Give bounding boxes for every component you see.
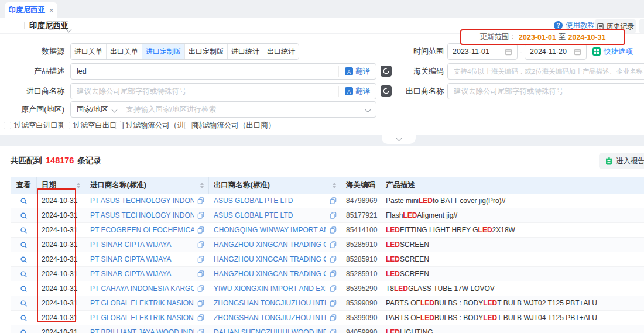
magnifier-icon[interactable] xyxy=(20,256,28,263)
importer-link[interactable]: PT ECOGREEN OLEOCHEMICALS xyxy=(90,226,194,234)
importer-link[interactable]: PT ASUS TECHNOLOGY INDONESIA BA... xyxy=(90,197,194,205)
copy-icon[interactable] xyxy=(330,329,337,333)
datasource-tab-5[interactable]: 出口统计 xyxy=(263,44,299,59)
magnifier-icon[interactable] xyxy=(20,197,28,205)
magnifier-icon[interactable] xyxy=(20,226,28,234)
copy-icon[interactable] xyxy=(197,270,204,277)
country-selector-label[interactable]: 印度尼西亚 xyxy=(29,20,69,31)
close-icon[interactable]: × xyxy=(49,6,54,14)
column-header-3[interactable]: 出口商名称(标准) xyxy=(209,177,341,194)
exporter-link[interactable]: ASUS GLOBAL PTE LTD xyxy=(214,211,326,219)
datasource-tab-2[interactable]: 进口定制版 xyxy=(142,44,185,59)
copy-icon[interactable] xyxy=(330,285,337,292)
importer-link[interactable]: PT BRILLIANT JAYA WOOD INDUSTRY xyxy=(90,328,194,333)
exporter-link[interactable]: ASUS GLOBAL PTE LTD xyxy=(214,197,326,205)
exporter-link[interactable]: HANGZHOU XINGCAN TRADING CO LTD xyxy=(214,241,326,249)
highlighted-keyword: LED xyxy=(483,314,497,322)
hs-code-cell: 85395290 xyxy=(341,281,381,296)
table-row: 2024-10-31PT GLOBAL ELEKTRIK NASIONALZHO… xyxy=(11,311,644,325)
table-row: 2024-10-31PT SINAR CIPTA WIJAYAHANGZHOU … xyxy=(11,238,644,252)
sort-icon[interactable] xyxy=(197,183,204,188)
copy-icon[interactable] xyxy=(197,314,204,321)
origin-country-select[interactable]: 国家/地区 xyxy=(71,105,120,115)
translate-button[interactable]: A 翻译 xyxy=(338,66,376,77)
importer-link[interactable]: PT CAHAYA INDONESIA KARGO xyxy=(90,284,194,293)
importer-link[interactable]: PT SINAR CIPTA WIJAYA xyxy=(90,270,194,278)
exporter-link[interactable]: ZHONGSHAN TONGJIUZHOU INTERNA... xyxy=(214,299,326,307)
magnifier-icon[interactable] xyxy=(20,300,28,307)
datasource-tab-0[interactable]: 进口关单 xyxy=(71,44,107,59)
date-end-input[interactable]: 2024-11-20 xyxy=(525,43,587,60)
importer-cell: PT SINAR CIPTA WIJAYA xyxy=(85,252,209,266)
importer-link[interactable]: PT GLOBAL ELEKTRIK NASIONAL xyxy=(90,299,194,307)
update-range-end: 2024-10-31 xyxy=(568,33,606,42)
sort-icon[interactable] xyxy=(73,183,80,188)
column-label: 进口商名称(标准) xyxy=(90,180,146,190)
copy-icon[interactable] xyxy=(330,226,337,234)
hs-code-field xyxy=(447,63,644,80)
hs-code-input[interactable] xyxy=(448,64,644,79)
magnifier-icon[interactable] xyxy=(20,270,28,278)
copy-icon[interactable] xyxy=(197,329,204,333)
copy-icon[interactable] xyxy=(197,300,204,307)
magnifier-icon[interactable] xyxy=(20,241,28,249)
enter-report-button[interactable]: 进入报告 xyxy=(599,153,644,169)
chevron-down-icon[interactable] xyxy=(67,23,71,34)
copy-icon[interactable] xyxy=(197,226,204,234)
exporter-input[interactable] xyxy=(448,84,644,99)
copy-icon[interactable] xyxy=(197,197,204,204)
origin-search-input[interactable] xyxy=(120,102,364,117)
datasource-tab-4[interactable]: 进口统计 xyxy=(228,44,263,59)
copy-icon[interactable] xyxy=(330,197,337,204)
importer-input[interactable] xyxy=(71,84,338,99)
hs-code-cell: 85177921 xyxy=(341,208,381,222)
favorite-button[interactable]: ★ xyxy=(639,19,644,33)
table-row: 2024-10-31PT BRILLIANT JAYA WOOD INDUSTR… xyxy=(11,325,644,333)
copy-icon[interactable] xyxy=(330,212,337,219)
importer-link[interactable]: PT ASUS TECHNOLOGY INDONESIA BA... xyxy=(90,211,194,219)
copy-icon[interactable] xyxy=(330,300,337,307)
checkbox-box[interactable] xyxy=(115,122,123,129)
checkbox-box[interactable] xyxy=(63,122,70,129)
exporter-link[interactable]: CHONGQING WINWAY IMPORT AND E... xyxy=(214,226,326,234)
chevron-down-icon[interactable] xyxy=(365,107,371,112)
product-desc-input[interactable] xyxy=(71,64,338,79)
copy-icon[interactable] xyxy=(197,256,204,263)
sort-icon[interactable] xyxy=(329,183,336,188)
collapse-panel-button[interactable] xyxy=(382,135,416,144)
quick-options-link[interactable]: 快捷选项 xyxy=(592,43,633,60)
tab-indonesia[interactable]: 印度尼西亚 × xyxy=(5,2,57,18)
importer-link[interactable]: PT GLOBAL ELEKTRIK NASIONAL xyxy=(90,314,194,322)
exporter-link[interactable]: HANGZHOU XINGCAN TRADING CO LTD xyxy=(214,255,326,263)
datasource-tab-3[interactable]: 出口定制版 xyxy=(185,44,228,59)
column-header-1[interactable]: 日期 xyxy=(37,177,85,194)
column-label: 日期 xyxy=(42,180,56,190)
product-desc-cell: LED LIGHTING xyxy=(381,325,644,333)
column-header-2[interactable]: 进口商名称(标准) xyxy=(85,177,209,194)
origin-select-value: 国家/地区 xyxy=(77,105,108,115)
copy-icon[interactable] xyxy=(330,314,337,321)
importer-link[interactable]: PT SINAR CIPTA WIJAYA xyxy=(90,255,194,263)
exporter-link[interactable]: DALIAN SHENGZHIHUI WOOD INDUST... xyxy=(214,328,326,333)
checkbox-box[interactable] xyxy=(4,122,11,129)
translate-button[interactable]: A 翻译 xyxy=(338,86,376,97)
copy-icon[interactable] xyxy=(330,256,337,263)
copy-icon[interactable] xyxy=(197,212,204,219)
magnifier-icon[interactable] xyxy=(20,285,28,293)
date-start-input[interactable]: 2023-11-01 xyxy=(447,43,518,60)
magnifier-icon[interactable] xyxy=(20,212,28,219)
copy-icon[interactable] xyxy=(197,241,204,248)
exporter-link[interactable]: YIWU XIONGXIN IMPORT AND EXPORT... xyxy=(214,284,326,293)
magnifier-icon[interactable] xyxy=(20,329,28,333)
exporter-link[interactable]: ZHONGSHAN TONGJIUZHOU INTERNA... xyxy=(214,314,326,322)
copy-icon[interactable] xyxy=(197,285,204,292)
filter-checkbox-0[interactable]: 过滤空白进口商 xyxy=(4,121,66,131)
exporter-link[interactable]: HANGZHOU XINGCAN TRADING CO LTD xyxy=(214,270,326,278)
copy-icon[interactable] xyxy=(330,270,337,277)
importer-link[interactable]: PT SINAR CIPTA WIJAYA xyxy=(90,241,194,249)
checkbox-box[interactable] xyxy=(184,122,192,129)
copy-icon[interactable] xyxy=(330,241,337,248)
datasource-tab-1[interactable]: 出口关单 xyxy=(107,44,142,59)
filter-checkbox-3[interactable]: 过滤物流公司（出口商） xyxy=(184,121,276,131)
magnifier-icon[interactable] xyxy=(20,314,28,322)
